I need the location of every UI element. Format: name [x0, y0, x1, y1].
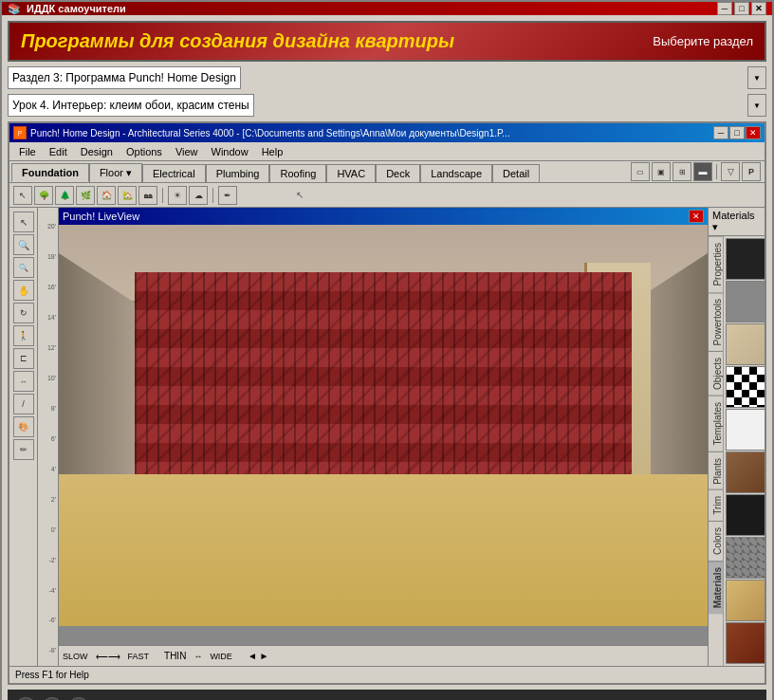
swatch-0[interactable] — [726, 238, 765, 280]
swatch-7[interactable] — [726, 537, 765, 579]
lesson-dropdown[interactable]: Урок 4. Интерьер: клеим обои, красим сте… — [8, 94, 254, 117]
toolbar-cursor[interactable]: ↖ — [13, 186, 32, 205]
ruler-16: 16' — [47, 284, 56, 290]
swatch-2[interactable] — [726, 323, 765, 365]
tab-powertools[interactable]: Powertools — [709, 292, 723, 351]
view-render-button[interactable]: ▬ — [693, 162, 712, 181]
app-title-bar: P Punch! Home Design - Architectural Ser… — [9, 123, 765, 142]
toolbar-house3[interactable]: 🏘 — [138, 186, 157, 205]
right-panel-tabs: Properties Powertools Objects Templates … — [709, 236, 724, 666]
tool-select[interactable]: ↖ — [13, 212, 34, 232]
toolbar-house2[interactable]: 🏡 — [118, 186, 137, 205]
tool-edit[interactable]: ✏ — [13, 439, 34, 460]
tool-rotate[interactable]: ↻ — [13, 303, 34, 323]
speed-fast-label: FAST — [128, 652, 150, 661]
viewport-3d[interactable] — [59, 225, 708, 645]
tab-hvac[interactable]: HVAC — [326, 164, 376, 182]
toolbar-cloud[interactable]: ☁ — [189, 186, 208, 205]
toolbar-bush[interactable]: 🌿 — [76, 186, 95, 205]
tab-objects[interactable]: Objects — [709, 351, 723, 396]
section-dropdown[interactable]: Раздел 3: Программа Punch! Home Design — [8, 66, 241, 89]
view-extra-button[interactable]: P — [742, 162, 761, 181]
tab-deck[interactable]: Deck — [376, 164, 420, 182]
toolbar-separator — [716, 164, 717, 179]
toolbar-pen[interactable]: ✒ — [218, 186, 237, 205]
tool-zoom-in[interactable]: 🔍 — [13, 234, 34, 255]
outer-title-bar: 📚 ИДДК самоучители ─ □ ✕ — [2, 2, 772, 15]
lesson-dropdown-wrapper: Урок 4. Интерьер: клеим обои, красим сте… — [8, 94, 766, 117]
header-title: Программы для создания дизайна квартиры — [21, 30, 454, 52]
toolbar-sun[interactable]: ☀ — [168, 186, 187, 205]
section-dropdown-arrow[interactable]: ▼ — [747, 66, 766, 89]
view-3d-button[interactable]: ▣ — [652, 162, 671, 181]
lesson-dropdown-row: Урок 4. Интерьер: клеим обои, красим сте… — [8, 94, 766, 117]
swatch-5[interactable] — [726, 451, 765, 493]
tab-bar: Foundation Floor ▾ Electrical Plumbing R… — [9, 161, 627, 182]
swatch-6[interactable] — [726, 494, 765, 536]
tab-floor[interactable]: Floor ▾ — [89, 163, 142, 182]
ruler-4: 4' — [51, 466, 56, 472]
tab-trim[interactable]: Trim — [709, 489, 723, 521]
view-split-button[interactable]: ⊞ — [673, 162, 691, 181]
lesson-dropdown-arrow[interactable]: ▼ — [747, 94, 766, 117]
ruler-n4: -4' — [48, 587, 56, 594]
tab-colors[interactable]: Colors — [709, 521, 723, 561]
tab-plants[interactable]: Plants — [709, 451, 723, 490]
app-close-button[interactable]: ✕ — [746, 126, 761, 139]
tab-foundation[interactable]: Foundation — [11, 163, 89, 182]
materials-header: Materials ▾ — [709, 208, 765, 236]
toolbar-house1[interactable]: 🏠 — [97, 186, 116, 205]
menu-help[interactable]: Help — [256, 144, 289, 159]
tool-walk[interactable]: 🚶 — [13, 325, 34, 346]
header-banner: Программы для создания дизайна квартиры … — [8, 21, 766, 62]
tool-zoom-out[interactable]: 🔍 — [13, 257, 34, 278]
tab-materials[interactable]: Materials — [709, 561, 723, 614]
swatch-1[interactable] — [726, 281, 765, 322]
tab-detail[interactable]: Detail — [492, 164, 540, 182]
view-camera-button[interactable]: ▽ — [721, 162, 740, 181]
toolbar-tree2[interactable]: 🌲 — [55, 186, 74, 205]
outer-app-icon: 📚 — [8, 3, 21, 15]
header-select-label: Выберите раздел — [653, 34, 753, 48]
menu-view[interactable]: View — [170, 144, 204, 159]
app-window-buttons: ─ □ ✕ — [713, 126, 761, 139]
speed-icon: ⟵⟶ — [96, 652, 120, 661]
outer-minimize-button[interactable]: ─ — [717, 2, 732, 15]
outer-maximize-button[interactable]: □ — [734, 2, 749, 15]
tab-templates[interactable]: Templates — [709, 396, 723, 451]
view-buttons: ▭ ▣ ⊞ ▬ ▽ P — [627, 161, 765, 182]
view-2d-button[interactable]: ▭ — [631, 162, 650, 181]
app-maximize-button[interactable]: □ — [729, 126, 745, 139]
material-swatches-grid — [724, 236, 765, 666]
tool-line[interactable]: / — [13, 394, 34, 414]
menu-file[interactable]: File — [13, 144, 42, 159]
tab-plumbing[interactable]: Plumbing — [206, 164, 270, 182]
tab-roofing[interactable]: Roofing — [269, 164, 326, 182]
ruler-6: 6' — [51, 435, 56, 442]
app-minimize-button[interactable]: ─ — [713, 126, 728, 139]
outer-window-buttons: ─ □ ✕ — [717, 2, 766, 15]
swatch-3[interactable] — [726, 366, 765, 408]
tab-electrical[interactable]: Electrical — [142, 164, 206, 182]
tool-paint[interactable]: 🎨 — [13, 416, 34, 437]
menu-design[interactable]: Design — [75, 144, 119, 159]
swatch-9[interactable] — [726, 622, 765, 664]
toolbar-tree1[interactable]: 🌳 — [34, 186, 53, 205]
menu-window[interactable]: Window — [206, 144, 254, 159]
icon-toolbar: ↖ 🌳 🌲 🌿 🏠 🏡 🏘 ☀ ☁ ✒ ↖ — [9, 183, 765, 208]
swatch-4[interactable] — [726, 409, 765, 451]
liveview-close-button[interactable]: ✕ — [689, 210, 704, 223]
outer-close-button[interactable]: ✕ — [751, 2, 766, 15]
viewport-container: Punch! LiveView ✕ — [59, 208, 708, 666]
menu-edit[interactable]: Edit — [44, 144, 73, 159]
ruler-left: 20' 18' 16' 14' 12' 10' 8' 6' 4' 2' 0' -… — [38, 208, 59, 666]
tool-stairs[interactable]: ⊏ — [13, 348, 34, 369]
right-materials-panel: Materials ▾ Properties Powertools Object… — [708, 208, 765, 666]
swatch-8[interactable] — [726, 580, 765, 621]
tool-pan[interactable]: ✋ — [13, 280, 34, 301]
tool-measure[interactable]: ↔ — [13, 371, 34, 392]
tab-landscape[interactable]: Landscape — [420, 164, 492, 182]
menu-options[interactable]: Options — [120, 144, 168, 159]
viewport-status-bar: SLOW ⟵⟶ FAST THIN ↔ WIDE ◄ ► — [59, 645, 708, 666]
tab-properties[interactable]: Properties — [709, 236, 723, 292]
